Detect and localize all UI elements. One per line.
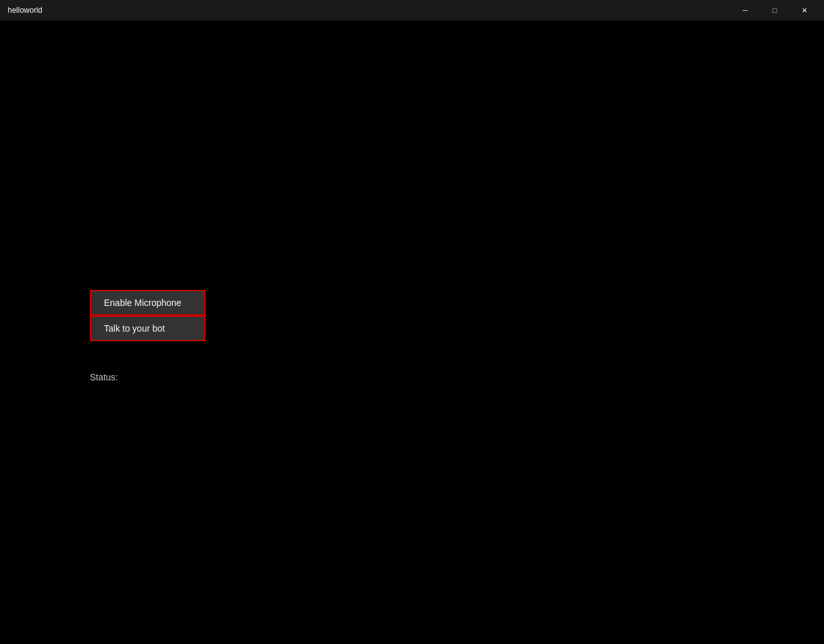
maximize-button[interactable]: □ <box>760 0 789 21</box>
minimize-button[interactable]: ─ <box>730 0 760 21</box>
window-controls: ─ □ ✕ <box>730 0 819 21</box>
main-content: Enable Microphone Talk to your bot Statu… <box>0 21 824 644</box>
title-bar: helloworld ─ □ ✕ <box>0 0 824 21</box>
app-title: helloworld <box>8 6 42 15</box>
talk-to-bot-button[interactable]: Talk to your bot <box>90 316 205 341</box>
buttons-area: Enable Microphone Talk to your bot <box>90 290 205 341</box>
status-label: Status: <box>90 372 118 382</box>
enable-microphone-button[interactable]: Enable Microphone <box>90 290 205 316</box>
close-button[interactable]: ✕ <box>789 0 819 21</box>
